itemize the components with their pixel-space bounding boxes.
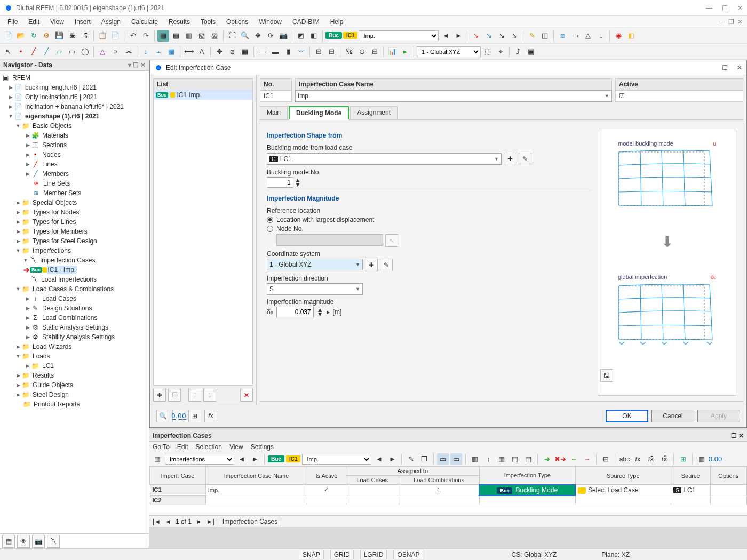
- bp-select-icon[interactable]: ▭: [437, 453, 449, 465]
- cube-icon[interactable]: ◧: [625, 30, 637, 42]
- combo-dir[interactable]: S▼: [267, 283, 363, 295]
- bp-next2-icon[interactable]: ►: [386, 453, 398, 465]
- tree-results[interactable]: Results: [31, 371, 55, 380]
- footer-fx-icon[interactable]: fx: [204, 410, 217, 422]
- col-case[interactable]: Imperf. Case: [150, 467, 206, 485]
- bp-edit-icon[interactable]: ✎: [405, 453, 417, 465]
- snap2-icon[interactable]: ⊙: [356, 46, 368, 58]
- panel3-icon[interactable]: ▥: [183, 30, 195, 42]
- bp-del2-icon[interactable]: ▤: [522, 453, 534, 465]
- tree-members[interactable]: Members: [41, 170, 70, 178]
- chevron-right-icon[interactable]: ▶: [25, 296, 31, 301]
- col-lc[interactable]: Load Cases: [346, 476, 399, 485]
- combo-cs[interactable]: 1 - Global XYZ▼: [267, 259, 363, 270]
- mdi-restore-icon[interactable]: ❐: [728, 18, 734, 26]
- bp-del1-icon[interactable]: ▤: [509, 453, 521, 465]
- chevron-right-icon[interactable]: ▶: [15, 382, 21, 388]
- tree-ic1-row[interactable]: ➔ Buc IC1 - Imp.: [1, 265, 148, 275]
- combo-imperfection[interactable]: Imp.: [359, 30, 439, 41]
- rotate-icon[interactable]: ⟳: [265, 30, 276, 42]
- tree-materials[interactable]: Materials: [41, 131, 69, 140]
- bp-menu-settings[interactable]: Settings: [251, 443, 274, 451]
- tree-sections[interactable]: Sections: [41, 141, 68, 149]
- filter4-icon[interactable]: ↘: [508, 30, 520, 42]
- tree-stability[interactable]: Stability Analysis Settings: [41, 333, 116, 341]
- status-osnap[interactable]: OSNAP: [393, 550, 423, 559]
- chevron-down-icon[interactable]: ▼: [22, 258, 29, 263]
- bp-table-icon[interactable]: ▦: [152, 453, 163, 465]
- members-icon[interactable]: ▭: [569, 30, 581, 42]
- chevron-right-icon[interactable]: ▶: [25, 142, 31, 148]
- chevron-right-icon[interactable]: ▶: [25, 325, 31, 330]
- tree-tsteel[interactable]: Types for Steel Design: [31, 237, 98, 245]
- chevron-right-icon[interactable]: ▶: [15, 392, 21, 397]
- bp-fx2-icon[interactable]: fx̄: [645, 453, 657, 465]
- tree-file-0[interactable]: buckling length.rf6 | 2021: [24, 83, 98, 92]
- pencil-icon[interactable]: ✎: [526, 30, 538, 42]
- bp-grid-icon[interactable]: ⊞: [600, 453, 611, 465]
- menu-file[interactable]: File: [3, 17, 22, 27]
- member-icon[interactable]: ╱: [41, 46, 52, 58]
- bp-next-icon[interactable]: ►: [249, 453, 261, 465]
- col-source[interactable]: Source: [671, 467, 710, 485]
- bp-prev2-icon[interactable]: ◄: [373, 453, 385, 465]
- menu-tools[interactable]: Tools: [196, 17, 220, 27]
- col-options[interactable]: Options: [710, 467, 746, 485]
- footer-units-icon[interactable]: 0̲.0̲0̲: [172, 410, 185, 422]
- col-srctype[interactable]: Source Type: [575, 467, 671, 485]
- chart-icon[interactable]: 📊: [386, 46, 398, 58]
- tree-loadwiz[interactable]: Load Wizards: [31, 342, 73, 351]
- print-icon[interactable]: 🖨: [79, 30, 91, 42]
- bp-left-icon[interactable]: ←: [568, 453, 579, 465]
- radio-largest[interactable]: Location with largest displacement: [267, 216, 591, 223]
- lc-new-icon[interactable]: ✚: [504, 153, 516, 165]
- line-icon[interactable]: ╱: [28, 46, 39, 58]
- chevron-right-icon[interactable]: ▶: [15, 344, 21, 349]
- tree-linesets[interactable]: Line Sets: [42, 179, 71, 188]
- chevron-right-icon[interactable]: ▶: [15, 210, 21, 215]
- copy-icon[interactable]: 📋: [97, 30, 108, 42]
- bp-prev-page-icon[interactable]: ◄: [165, 518, 171, 525]
- bp-copy-icon[interactable]: ❐: [418, 453, 430, 465]
- bp-menu-goto[interactable]: Go To: [153, 443, 170, 451]
- chevron-right-icon[interactable]: ▶: [25, 334, 31, 340]
- box-icon[interactable]: ▣: [525, 46, 537, 58]
- tree-nodes[interactable]: Nodes: [41, 150, 62, 159]
- chevron-right-icon[interactable]: ▶: [7, 104, 14, 109]
- chevron-down-icon[interactable]: ▼: [15, 123, 21, 129]
- list-delete-icon[interactable]: ✕: [240, 389, 253, 402]
- tree-imperfections[interactable]: Imperfections: [31, 246, 72, 255]
- spindown-icon[interactable]: ▼: [295, 182, 301, 187]
- bp-last-icon[interactable]: ►|: [206, 518, 214, 525]
- supports-icon[interactable]: △: [582, 30, 594, 42]
- tree-tlines[interactable]: Types for Lines: [31, 218, 77, 226]
- load-area-icon[interactable]: ▦: [165, 46, 177, 58]
- tree-static[interactable]: Static Analysis Settings: [41, 323, 109, 332]
- ok-button[interactable]: OK: [606, 410, 648, 422]
- cell-id2[interactable]: IC2: [150, 495, 205, 505]
- list-area[interactable]: Buc IC1 Imp.: [153, 90, 253, 386]
- status-lgrid[interactable]: LGRID: [360, 550, 387, 559]
- chevron-down-icon[interactable]: ▼: [15, 286, 21, 292]
- bp-prev-icon[interactable]: ◄: [236, 453, 248, 465]
- tab-buckling-mode[interactable]: Buckling Mode: [289, 106, 349, 120]
- node-icon[interactable]: •: [15, 46, 27, 58]
- cell-name[interactable]: Imp.: [205, 485, 307, 495]
- radio-nodeno[interactable]: Node No.: [267, 225, 591, 233]
- hinge-icon[interactable]: ○: [109, 46, 121, 58]
- bp-menu-view[interactable]: View: [229, 443, 243, 451]
- paste-icon[interactable]: 📄: [109, 30, 121, 42]
- load-force-icon[interactable]: ↓: [140, 46, 152, 58]
- nav-chart-icon[interactable]: 〽: [47, 535, 60, 548]
- tree-combinations[interactable]: Load Combinations: [41, 314, 98, 322]
- name-combo[interactable]: Imp.▼: [295, 90, 612, 102]
- export-icon[interactable]: ⤴: [512, 46, 524, 58]
- tree-file-2[interactable]: inclination + banana left.rf6* | 2021: [24, 102, 125, 111]
- badge-buc[interactable]: Buc: [325, 32, 342, 39]
- chevron-right-icon[interactable]: ▶: [15, 219, 21, 225]
- nav-cam-icon[interactable]: 📷: [32, 535, 45, 548]
- zoom-window-icon[interactable]: 🔍: [239, 30, 251, 42]
- bp-fx-icon[interactable]: fx: [632, 453, 643, 465]
- text-icon[interactable]: A: [196, 46, 208, 58]
- badge-ic1[interactable]: IC1: [343, 32, 358, 39]
